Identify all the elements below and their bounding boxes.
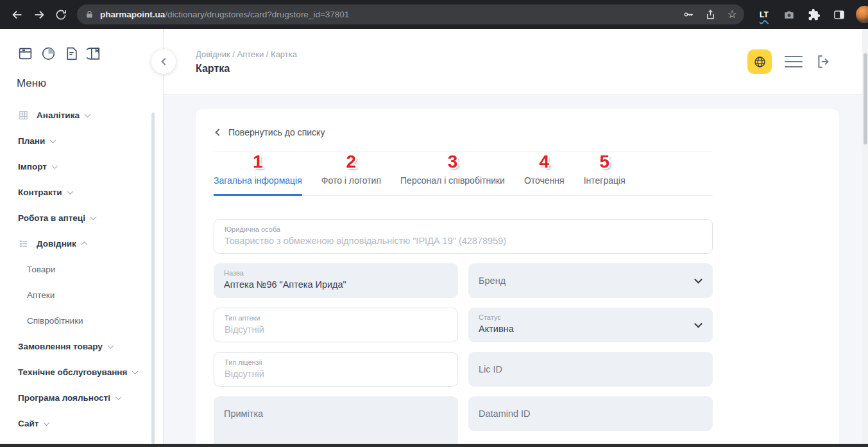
sidebar-scrollbar[interactable] xyxy=(151,112,155,444)
globe-icon xyxy=(753,55,767,69)
sidebar: Меню Аналітика Плани Імпорт Контракти Ро… xyxy=(0,29,164,447)
chevron-down-icon xyxy=(44,419,50,426)
page-scrollbar-thumb[interactable] xyxy=(864,53,867,145)
page-scrollbar[interactable] xyxy=(862,29,868,444)
page-header: Довідник / Аптеки / Картка Картка xyxy=(164,29,868,95)
content-area: Повернутись до списку 1 Загальна інформа… xyxy=(164,95,868,447)
sidebar-item-pharmacy-work[interactable]: Робота в аптеці xyxy=(0,205,163,231)
sidebar-item-site[interactable]: Сайт xyxy=(0,410,163,436)
sidebar-item-contracts[interactable]: Контракти xyxy=(0,179,163,205)
book-icon[interactable] xyxy=(86,45,103,62)
language-globe-button[interactable] xyxy=(747,49,772,74)
chevron-down-icon xyxy=(107,342,114,349)
document-icon[interactable] xyxy=(63,45,80,62)
sidebar-item-employees[interactable]: Співробітники xyxy=(0,308,163,333)
url-text: pharmapoint.ua/dictionary/drugstores/car… xyxy=(100,10,349,19)
chevron-left-icon xyxy=(215,128,222,136)
key-icon[interactable] xyxy=(679,4,698,26)
annotation-mark-5: 5 xyxy=(599,152,609,172)
sidebar-item-dictionary[interactable]: Довідник xyxy=(0,231,163,256)
annotation-mark-4: 4 xyxy=(540,152,550,172)
page-title: Картка xyxy=(196,63,297,74)
tab-personnel[interactable]: 3 Персонал і співробітники xyxy=(400,175,505,195)
languagetool-extension-icon[interactable]: LT xyxy=(753,4,775,26)
drugstore-card: Повернутись до списку 1 Загальна інформа… xyxy=(196,109,839,447)
back-to-list-link[interactable]: Повернутись до списку xyxy=(214,123,713,141)
list-icon xyxy=(18,238,30,249)
lock-icon xyxy=(85,10,94,19)
share-icon[interactable] xyxy=(701,4,720,26)
tab-integration[interactable]: 5 Інтеграція xyxy=(584,175,625,195)
sidebar-item-import[interactable]: Імпорт xyxy=(0,153,163,179)
lic-id-field[interactable]: Lic ID xyxy=(468,352,713,387)
archive-box-icon[interactable] xyxy=(17,45,34,62)
sidebar-item-analytics[interactable]: Аналітика xyxy=(0,102,163,128)
browser-toolbar: pharmapoint.ua/dictionary/drugstores/car… xyxy=(0,0,868,29)
sidebar-item-goods-order[interactable]: Замовлення товару xyxy=(0,333,163,359)
chevron-down-icon xyxy=(67,188,73,195)
chevron-up-icon xyxy=(81,241,87,247)
tab-photo-logo[interactable]: 2 Фото і логотип xyxy=(321,175,381,195)
general-info-form: Юридична особа Товариство з обмеженою ві… xyxy=(214,219,713,447)
tab-surroundings[interactable]: 4 Оточення xyxy=(524,175,565,195)
pharmacy-type-field[interactable]: Тип аптеки Відсутній xyxy=(214,308,458,342)
sidebar-menu: Аналітика Плани Імпорт Контракти Робота … xyxy=(0,102,163,436)
reload-icon[interactable] xyxy=(50,4,72,26)
grid-icon xyxy=(18,109,30,121)
annotation-mark-2: 2 xyxy=(346,152,357,172)
side-panel-icon[interactable] xyxy=(828,4,850,26)
breadcrumb: Довідник / Аптеки / Картка xyxy=(196,49,297,59)
chevron-down-icon xyxy=(84,111,90,118)
sidebar-item-drugstores[interactable]: Аптеки xyxy=(0,282,163,308)
bookmark-star-icon[interactable]: ☆ xyxy=(722,4,742,26)
camera-extension-icon[interactable] xyxy=(778,4,800,26)
chevron-down-icon xyxy=(132,368,139,374)
bottom-edge-bar xyxy=(0,444,868,447)
pie-chart-icon[interactable] xyxy=(40,45,57,62)
forward-icon[interactable] xyxy=(28,4,50,26)
sidebar-item-goods[interactable]: Товари xyxy=(0,256,163,282)
logout-icon[interactable] xyxy=(815,53,832,70)
legal-entity-field[interactable]: Юридична особа Товариство з обмеженою ві… xyxy=(214,219,713,254)
sidebar-item-plans[interactable]: Плани xyxy=(0,128,163,153)
license-type-field[interactable]: Тип ліцензії Відсутній xyxy=(214,352,458,387)
name-field[interactable]: Назва Аптека №96 "Аптека Ирида" xyxy=(214,263,458,298)
chevron-down-icon xyxy=(51,162,58,169)
hamburger-menu-icon[interactable] xyxy=(785,56,803,68)
menu-title: Меню xyxy=(17,77,163,90)
note-field[interactable]: Примітка xyxy=(214,396,458,447)
chevron-down-icon xyxy=(694,276,702,284)
tab-bar: 1 Загальна інформація 2 Фото і логотип 3… xyxy=(214,152,713,196)
back-icon[interactable] xyxy=(6,4,28,26)
chevron-left-icon xyxy=(161,58,168,65)
status-select[interactable]: Статус Активна xyxy=(468,308,713,342)
datamind-id-field[interactable]: Datamind ID xyxy=(468,396,713,431)
tab-general-info[interactable]: 1 Загальна інформація xyxy=(214,175,302,195)
annotation-mark-3: 3 xyxy=(448,152,458,172)
sidebar-collapse-button[interactable] xyxy=(151,49,176,74)
sidebar-item-maintenance[interactable]: Технічне обслуговування xyxy=(0,359,163,385)
chevron-down-icon xyxy=(90,214,96,220)
annotation-mark-1: 1 xyxy=(253,152,263,172)
profile-avatar[interactable] xyxy=(853,4,868,26)
address-bar[interactable]: pharmapoint.ua/dictionary/drugstores/car… xyxy=(77,4,744,24)
chevron-down-icon xyxy=(115,394,122,400)
brand-select[interactable]: Бренд xyxy=(468,263,713,298)
sidebar-item-loyalty[interactable]: Програма лояльності xyxy=(0,385,163,410)
extensions-puzzle-icon[interactable] xyxy=(803,4,825,26)
chevron-down-icon xyxy=(50,137,56,143)
